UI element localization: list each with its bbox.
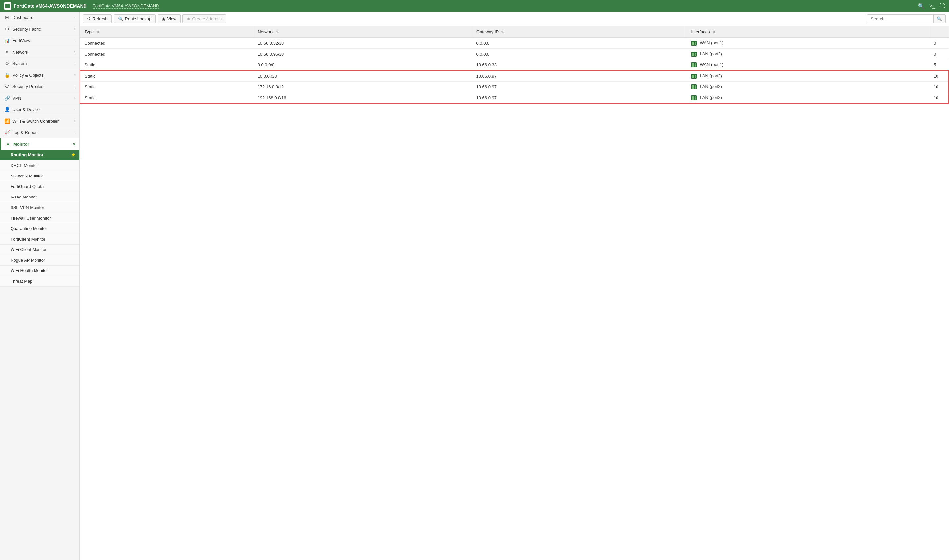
sidebar-subitem-fortiguard-quota[interactable]: FortiGuard Quota xyxy=(0,182,79,192)
sidebar-subitem-threat-map[interactable]: Threat Map xyxy=(0,276,79,286)
sidebar-label-dashboard: Dashboard xyxy=(12,15,34,20)
create-address-button[interactable]: ⊕ Create Address xyxy=(182,14,226,23)
sidebar-item-dashboard[interactable]: ⊞ Dashboard › xyxy=(0,12,79,23)
security-fabric-icon: ⚙ xyxy=(4,26,10,32)
search-button[interactable]: 🔍 xyxy=(933,15,945,23)
cell-gateway: 0.0.0.0 xyxy=(472,49,686,60)
ssl-vpn-monitor-label: SSL-VPN Monitor xyxy=(11,205,45,210)
routing-monitor-star[interactable]: ★ xyxy=(71,152,75,157)
sidebar-item-user-device[interactable]: 👤 User & Device › xyxy=(0,104,79,115)
logo-box xyxy=(4,2,11,9)
hostname: FortiGate-VM64-AWSONDEMAND xyxy=(93,3,159,9)
sidebar-label-policy-objects: Policy & Objects xyxy=(12,72,44,78)
sidebar-label-log-report: Log & Report xyxy=(12,130,38,135)
sidebar-subitem-ipsec-monitor[interactable]: IPsec Monitor xyxy=(0,192,79,202)
col-interfaces: Interfaces ⇅ xyxy=(686,26,929,37)
dhcp-monitor-label: DHCP Monitor xyxy=(11,163,38,168)
sidebar-subitem-rogue-ap-monitor[interactable]: Rogue AP Monitor xyxy=(0,255,79,266)
firewall-user-monitor-label: Firewall User Monitor xyxy=(11,215,51,220)
table-area: Type ⇅ Network ⇅ Gateway IP ⇅ Interfac xyxy=(80,26,949,560)
sidebar-item-security-fabric[interactable]: ⚙ Security Fabric › xyxy=(0,23,79,35)
app-logo: FortiGate VM64-AWSONDEMAND xyxy=(4,2,87,9)
cell-count: 0 xyxy=(929,37,949,49)
interface-icon xyxy=(691,41,697,46)
cell-interface: LAN (port2) xyxy=(686,82,929,92)
rogue-ap-monitor-label: Rogue AP Monitor xyxy=(11,258,45,263)
policy-icon: 🔒 xyxy=(4,72,10,78)
gateway-sort-icon[interactable]: ⇅ xyxy=(501,30,504,34)
sidebar-label-fortiview: FortiView xyxy=(12,38,30,43)
search-icon[interactable]: 🔍 xyxy=(918,3,925,9)
security-profiles-arrow: › xyxy=(74,85,75,88)
interface-icon xyxy=(691,95,697,100)
sidebar-subitem-ssl-vpn-monitor[interactable]: SSL-VPN Monitor xyxy=(0,202,79,213)
sidebar-subitem-wifi-health-monitor[interactable]: WiFi Health Monitor xyxy=(0,266,79,276)
cell-count: 10 xyxy=(929,82,949,92)
wifi-switch-icon: 📶 xyxy=(4,118,10,123)
table-header-row: Type ⇅ Network ⇅ Gateway IP ⇅ Interfac xyxy=(80,26,949,37)
route-lookup-button[interactable]: 🔍 Route Lookup xyxy=(114,14,156,23)
fullscreen-icon[interactable]: ⛶ xyxy=(940,3,945,9)
table-row: Static 0.0.0.0/0 10.66.0.33 WAN (port1) … xyxy=(80,60,949,71)
sidebar-subitem-forticlient-monitor[interactable]: FortiClient Monitor xyxy=(0,234,79,245)
wifi-health-monitor-label: WiFi Health Monitor xyxy=(11,268,48,273)
sidebar-subitem-dhcp-monitor[interactable]: DHCP Monitor xyxy=(0,160,79,171)
cell-network: 192.168.0.0/16 xyxy=(253,92,472,103)
cell-gateway: 0.0.0.0 xyxy=(472,37,686,49)
network-sort-icon[interactable]: ⇅ xyxy=(276,30,279,34)
sidebar-item-wifi-switch[interactable]: 📶 WiFi & Switch Controller › xyxy=(0,115,79,127)
sidebar-label-system: System xyxy=(12,61,27,66)
cell-type: Static xyxy=(80,92,253,103)
sidebar-item-fortiview[interactable]: 📊 FortiView › xyxy=(0,35,79,46)
vpn-icon: 🔗 xyxy=(4,95,10,100)
sidebar-item-security-profiles[interactable]: 🛡 Security Profiles › xyxy=(0,81,79,92)
create-address-icon: ⊕ xyxy=(187,17,190,22)
sidebar-item-monitor[interactable]: ● Monitor ∨ xyxy=(0,138,79,150)
wifi-client-monitor-label: WiFi Client Monitor xyxy=(11,247,47,252)
sidebar-item-policy-objects[interactable]: 🔒 Policy & Objects › xyxy=(0,69,79,81)
cell-interface: LAN (port2) xyxy=(686,92,929,103)
create-address-label: Create Address xyxy=(192,17,222,22)
sidebar-subitem-sdwan-monitor[interactable]: SD-WAN Monitor xyxy=(0,171,79,182)
sidebar-subitem-quarantine-monitor[interactable]: Quarantine Monitor xyxy=(0,223,79,234)
cell-interface: WAN (port1) xyxy=(686,60,929,71)
interface-icon xyxy=(691,62,697,68)
terminal-icon[interactable]: >_ xyxy=(929,3,935,9)
view-icon: ◉ xyxy=(162,17,165,22)
cell-gateway: 10.66.0.97 xyxy=(472,92,686,103)
cell-interface: WAN (port1) xyxy=(686,37,929,49)
cell-type: Static xyxy=(80,70,253,82)
dashboard-arrow: › xyxy=(74,15,75,19)
refresh-button[interactable]: ↺ Refresh xyxy=(83,14,112,23)
sidebar-label-network: Network xyxy=(12,50,28,55)
sidebar-subitem-firewall-user-monitor[interactable]: Firewall User Monitor xyxy=(0,213,79,223)
policy-arrow: › xyxy=(74,73,75,77)
interface-icon xyxy=(691,74,697,78)
network-arrow: › xyxy=(74,50,75,54)
cell-gateway: 10.66.0.97 xyxy=(472,70,686,82)
cell-network: 10.0.0.0/8 xyxy=(253,70,472,82)
table-row: Connected 10.66.0.96/28 0.0.0.0 LAN (por… xyxy=(80,49,949,60)
topbar-actions: 🔍 >_ ⛶ xyxy=(918,3,945,9)
quarantine-monitor-label: Quarantine Monitor xyxy=(11,226,47,231)
cell-network: 0.0.0.0/0 xyxy=(253,60,472,71)
sidebar-item-network[interactable]: ✦ Network › xyxy=(0,46,79,58)
vpn-arrow: › xyxy=(74,96,75,100)
log-report-arrow: › xyxy=(74,131,75,134)
type-sort-icon[interactable]: ⇅ xyxy=(96,30,99,34)
sidebar-item-system[interactable]: ⚙ System › xyxy=(0,58,79,69)
logo-inner xyxy=(5,4,10,8)
sidebar-item-log-report[interactable]: 📈 Log & Report › xyxy=(0,127,79,138)
security-profiles-icon: 🛡 xyxy=(4,84,10,89)
sidebar-subitem-routing-monitor[interactable]: Routing Monitor ★ xyxy=(0,150,79,160)
search-container: 🔍 xyxy=(867,14,946,23)
system-icon: ⚙ xyxy=(4,61,10,66)
fortiview-arrow: › xyxy=(74,38,75,42)
monitor-arrow: ∨ xyxy=(73,142,75,146)
sidebar-subitem-wifi-client-monitor[interactable]: WiFi Client Monitor xyxy=(0,245,79,255)
interfaces-sort-icon[interactable]: ⇅ xyxy=(712,30,715,34)
search-input[interactable] xyxy=(867,15,933,23)
cell-type: Connected xyxy=(80,49,253,60)
sidebar-item-vpn[interactable]: 🔗 VPN › xyxy=(0,92,79,104)
view-button[interactable]: ◉ View xyxy=(157,14,180,23)
